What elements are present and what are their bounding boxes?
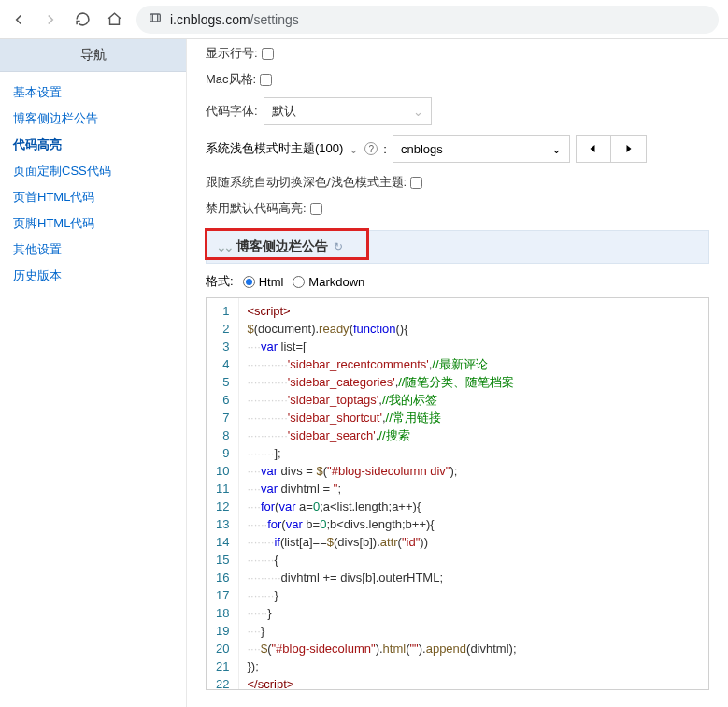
browser-toolbar: i.cnblogs.com/settings [0, 0, 728, 39]
theme-next-button[interactable] [611, 135, 647, 163]
sidebar-header: 导航 [0, 39, 186, 72]
sidebar-item[interactable]: 页脚HTML代码 [0, 210, 186, 237]
home-button[interactable] [105, 10, 123, 29]
follow-system-label: 跟随系统自动切换深色/浅色模式主题: [206, 174, 407, 191]
follow-system-checkbox[interactable] [410, 177, 422, 189]
sidebar-item[interactable]: 页面定制CSS代码 [0, 158, 186, 184]
theme-value: cnblogs [401, 142, 443, 156]
forward-button[interactable] [41, 10, 60, 29]
format-radio-markdown[interactable]: Markdown [293, 275, 364, 289]
disable-highlight-label: 禁用默认代码高亮: [206, 200, 307, 217]
url-path: /settings [250, 12, 299, 27]
sidebar-item[interactable]: 基本设置 [0, 79, 186, 106]
editor-gutter: 12345678910111213141516171819202122 [207, 298, 239, 689]
section-header-sidebar-announce[interactable]: ⌄⌄ 博客侧边栏公告 ↻ [206, 230, 709, 264]
mac-style-checkbox[interactable] [260, 74, 272, 86]
editor-code[interactable]: <script>$(document).ready(function(){···… [239, 298, 708, 689]
sidebar-item[interactable]: 历史版本 [0, 263, 186, 289]
radio-icon [243, 276, 255, 288]
sidebar-item[interactable]: 博客侧边栏公告 [0, 106, 186, 132]
theme-prev-button[interactable] [576, 135, 611, 163]
code-font-value: 默认 [272, 103, 296, 120]
chevron-down-icon: ⌄ [551, 142, 562, 156]
show-line-no-checkbox[interactable] [262, 48, 274, 60]
chevron-down-icon: ⌄ [413, 105, 423, 119]
code-font-select[interactable]: 默认 ⌄ [264, 97, 432, 125]
back-button[interactable] [9, 10, 28, 29]
site-info-icon[interactable] [148, 10, 163, 28]
main-content: 显示行号: Mac风格: 代码字体: 默认 ⌄ 系统浅色模式时主题(100) ⌄… [187, 39, 728, 707]
format-label: 格式: [206, 273, 234, 290]
code-editor[interactable]: 12345678910111213141516171819202122 <scr… [206, 297, 709, 690]
address-bar[interactable]: i.cnblogs.com/settings [136, 6, 719, 34]
radio-icon [293, 276, 305, 288]
mac-style-label: Mac风格: [206, 71, 256, 88]
url-host: i.cnblogs.com [170, 12, 250, 27]
format-radio-html[interactable]: Html [243, 275, 284, 289]
format-markdown-label: Markdown [308, 275, 364, 289]
chevron-down-icon[interactable]: ⌄ [349, 142, 359, 156]
theme-label: 系统浅色模式时主题(100) [206, 140, 343, 157]
refresh-icon[interactable]: ↻ [334, 240, 343, 253]
collapse-icon: ⌄⌄ [216, 239, 231, 254]
theme-select[interactable]: cnblogs ⌄ [393, 135, 570, 163]
show-line-no-label: 显示行号: [206, 45, 258, 62]
sidebar-item[interactable]: 其他设置 [0, 237, 186, 263]
reload-button[interactable] [73, 10, 92, 29]
sidebar-item[interactable]: 页首HTML代码 [0, 184, 186, 210]
sidebar-item[interactable]: 代码高亮 [0, 132, 186, 158]
svg-rect-0 [150, 14, 161, 22]
code-font-label: 代码字体: [206, 103, 258, 120]
format-html-label: Html [259, 275, 284, 289]
disable-highlight-checkbox[interactable] [310, 203, 322, 215]
info-icon[interactable]: ? [364, 142, 378, 155]
section-title: 博客侧边栏公告 [236, 238, 328, 255]
sidebar: 导航 基本设置博客侧边栏公告代码高亮页面定制CSS代码页首HTML代码页脚HTM… [0, 39, 187, 707]
